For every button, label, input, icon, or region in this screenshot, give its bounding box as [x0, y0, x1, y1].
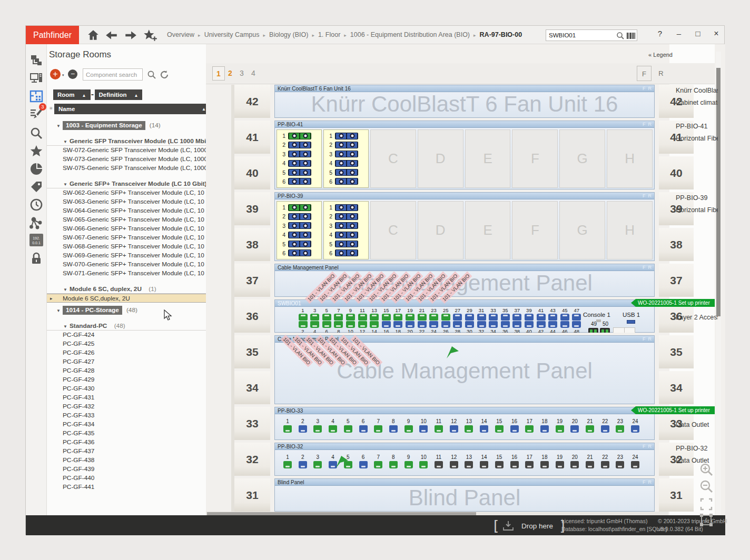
tree-item-row[interactable]: SW-066-Generic SFP+ Transceiver Module (… — [47, 224, 210, 233]
rj45-port[interactable] — [322, 321, 331, 328]
rack-tab-3[interactable]: 3 — [235, 66, 248, 81]
tree-group-row[interactable]: ▼Standard-PC (48) — [47, 322, 210, 331]
duplex-port[interactable] — [335, 160, 358, 167]
auto-label-icon[interactable]: A — [699, 513, 713, 527]
rj45-port[interactable] — [450, 461, 458, 468]
rj45-port[interactable] — [313, 461, 322, 468]
tree-item-row[interactable]: PC-GF-429 — [47, 375, 210, 384]
expand-collapse-icon[interactable]: ▼ — [63, 182, 67, 187]
rj45-port[interactable] — [435, 461, 443, 468]
rj45-port[interactable] — [322, 314, 331, 321]
rj45-port[interactable] — [435, 425, 443, 433]
device-header[interactable]: PP-BIO-32FR — [275, 443, 654, 450]
empty-slot-e[interactable]: E — [465, 201, 511, 259]
tree-item-row[interactable]: PC-GF-439 — [47, 465, 210, 474]
rj45-port[interactable] — [393, 321, 402, 328]
console-port[interactable] — [596, 319, 601, 322]
global-search[interactable] — [546, 29, 637, 41]
rj45-port[interactable] — [510, 461, 519, 468]
expand-collapse-icon[interactable]: ▼ — [63, 287, 67, 292]
device-header[interactable]: Cable Management PanelFR — [275, 264, 654, 271]
device-cable-management-panel[interactable]: Cable Management PanelFRCable Management… — [274, 335, 655, 404]
rj45-port[interactable] — [329, 425, 337, 433]
rj45-port[interactable] — [374, 425, 382, 433]
tree-item-row[interactable]: SW-069-Generic SFP+ Transceiver Module (… — [47, 251, 210, 260]
tree-item-row[interactable]: SW-067-Generic SFP+ Transceiver Module (… — [47, 233, 210, 242]
rj45-port[interactable] — [560, 314, 569, 321]
rj45-port[interactable] — [465, 321, 474, 328]
duplex-port[interactable] — [288, 142, 311, 148]
sfp-port[interactable] — [588, 328, 598, 333]
tree-room-row[interactable]: ▼1003 - Equipment Storage(14) — [47, 121, 210, 130]
barcode-icon[interactable] — [626, 32, 636, 40]
rj45-port[interactable] — [419, 425, 428, 433]
rj45-port[interactable] — [450, 425, 458, 433]
rj45-port[interactable] — [334, 314, 343, 321]
back-icon[interactable] — [105, 28, 119, 42]
rj45-port[interactable] — [393, 314, 402, 321]
duplex-port[interactable] — [288, 204, 311, 211]
rj45-port[interactable] — [477, 314, 486, 321]
legend-toggle[interactable]: « Legend — [648, 52, 673, 58]
breadcrumb-item[interactable]: 1006 - Equipment Distribution Area (BIO) — [350, 31, 470, 38]
rj45-port[interactable] — [344, 425, 352, 433]
rj45-port[interactable] — [406, 314, 415, 321]
tree-item-row[interactable]: PC-GF-434 — [47, 420, 210, 429]
expand-collapse-icon[interactable]: ▼ — [63, 139, 67, 144]
tag-icon[interactable] — [29, 180, 43, 194]
duplex-port[interactable] — [335, 204, 358, 211]
rj45-port[interactable] — [429, 321, 438, 328]
duplex-port[interactable] — [335, 151, 358, 157]
duplex-port[interactable] — [288, 151, 311, 157]
rj45-port[interactable] — [548, 314, 557, 321]
rack-tab-2[interactable]: 2 — [224, 66, 236, 81]
empty-slot-c[interactable]: C — [370, 129, 416, 188]
rj45-port[interactable] — [370, 321, 379, 328]
pie-chart-icon[interactable] — [29, 162, 43, 176]
drop-target[interactable]: [ Drop here ] — [494, 518, 565, 534]
ip-address-icon[interactable]: 192. 0.0.1 — [29, 234, 43, 246]
expand-collapse-icon[interactable]: ▼ — [63, 324, 67, 329]
device-side-r[interactable]: R — [648, 193, 652, 198]
empty-slot-f[interactable]: F — [512, 129, 558, 188]
breadcrumb-item[interactable]: 1. Floor — [318, 31, 340, 38]
device-header[interactable]: PP-BIO-41FR — [275, 121, 654, 128]
rj45-port[interactable] — [358, 314, 367, 321]
rj45-port[interactable] — [334, 321, 343, 328]
tree-item-row[interactable]: PC-GF-431 — [47, 393, 210, 402]
device-side-r[interactable]: R — [648, 86, 652, 91]
view-side-r-button[interactable]: R — [654, 66, 668, 81]
rj45-port[interactable] — [501, 314, 510, 321]
fiber-module[interactable]: 123456 — [277, 129, 322, 188]
component-search-input[interactable] — [83, 68, 143, 81]
device-side-f[interactable]: F — [643, 336, 646, 342]
tree-item-row[interactable]: PC-GF-436 — [47, 438, 210, 447]
view-side-f-button[interactable]: F — [637, 66, 652, 81]
rj45-port[interactable] — [313, 425, 322, 433]
device-side-f[interactable]: F — [643, 193, 646, 198]
rj45-port[interactable] — [299, 461, 307, 468]
duplex-port[interactable] — [335, 232, 358, 238]
tree-item-row[interactable]: PC-GF-437 — [47, 447, 210, 456]
tools-icon[interactable]: 3 — [29, 106, 43, 120]
rj45-port[interactable] — [382, 321, 391, 328]
rj45-port[interactable] — [441, 314, 450, 321]
tree-item-row[interactable]: PC-GF-428 — [47, 366, 210, 375]
empty-sfp-slot[interactable] — [613, 327, 635, 333]
rack-tab-4[interactable]: 4 — [247, 66, 260, 81]
device-fr-toggle[interactable]: FR — [640, 264, 652, 271]
rj45-port[interactable] — [570, 425, 579, 433]
empty-slot-f[interactable]: F — [512, 201, 558, 259]
tree-group-row[interactable]: ▼Module 6 SC, duplex, 2U (1) — [47, 285, 210, 294]
rj45-port[interactable] — [453, 314, 462, 321]
favorite-add-icon[interactable] — [143, 28, 159, 42]
device-fr-toggle[interactable]: FR — [640, 443, 652, 450]
rj45-port[interactable] — [510, 425, 519, 433]
tree-room-row[interactable]: ▼1014 - PC-Storage(48) — [47, 306, 210, 315]
duplex-port[interactable] — [288, 222, 311, 229]
fit-view-icon[interactable] — [699, 497, 713, 511]
empty-slot-c[interactable]: C — [370, 201, 416, 259]
device-pp-bio-33[interactable]: PP-BIO-33FR12345678910111213141516171819… — [274, 407, 655, 440]
minimize-button[interactable]: – — [673, 29, 685, 38]
rj45-port[interactable] — [501, 321, 510, 328]
